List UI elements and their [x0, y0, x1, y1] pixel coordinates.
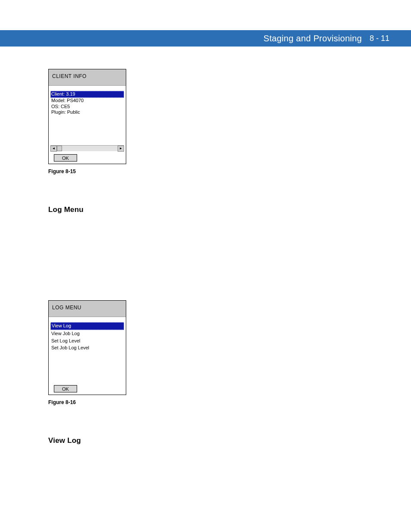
page-header-bar: Staging and Provisioning 8 - 11 — [0, 30, 411, 47]
log-menu-footer: OK — [49, 384, 126, 395]
client-info-line-selected[interactable]: Client: 3.19 — [50, 91, 124, 98]
client-info-dialog-title: CLIENT INFO — [49, 69, 126, 86]
client-info-line-plugin: Plugin: Public — [50, 109, 124, 115]
scroll-thumb[interactable] — [57, 146, 62, 151]
page-header-title: Staging and Provisioning — [264, 34, 362, 44]
client-info-line-os: OS: CE5 — [50, 104, 124, 110]
ok-button[interactable]: OK — [54, 385, 77, 392]
client-info-line-model: Model: PS4070 — [50, 98, 124, 104]
client-info-dialog: CLIENT INFO Client: 3.19 Model: PS4070 O… — [48, 69, 126, 164]
page-header-number: 8 - 11 — [370, 34, 389, 43]
scroll-right-button[interactable]: ► — [118, 146, 124, 152]
log-menu-dialog: LOG MENU View Log View Job Log Set Log L… — [48, 300, 126, 395]
view-log-heading: View Log — [48, 436, 367, 445]
scroll-track[interactable] — [62, 146, 118, 151]
log-menu-item-view-log[interactable]: View Log — [50, 322, 124, 330]
log-menu-item-set-job-log-level[interactable]: Set Job Log Level — [50, 345, 124, 352]
log-menu-dialog-title: LOG MENU — [49, 301, 126, 317]
log-menu-heading: Log Menu — [48, 205, 367, 214]
client-info-footer: OK — [49, 153, 126, 164]
figure-15-caption: Figure 8-15 — [48, 168, 367, 174]
ok-button-label: OK — [62, 386, 69, 392]
page-content-area: CLIENT INFO Client: 3.19 Model: PS4070 O… — [48, 69, 367, 449]
client-info-body: Client: 3.19 Model: PS4070 OS: CE5 Plugi… — [49, 86, 126, 145]
triangle-left-icon: ◄ — [52, 147, 56, 150]
ok-button-label: OK — [62, 156, 69, 161]
triangle-right-icon: ► — [119, 147, 123, 150]
horizontal-scrollbar[interactable]: ◄ ► — [50, 145, 124, 151]
figure-16-caption: Figure 8-16 — [48, 399, 367, 405]
scroll-left-button[interactable]: ◄ — [50, 146, 57, 152]
ok-button[interactable]: OK — [54, 154, 77, 162]
spacer — [48, 218, 367, 300]
log-menu-item-set-log-level[interactable]: Set Log Level — [50, 338, 124, 345]
log-menu-item-view-job-log[interactable]: View Job Log — [50, 330, 124, 337]
log-menu-body: View Log View Job Log Set Log Level Set … — [49, 317, 126, 384]
